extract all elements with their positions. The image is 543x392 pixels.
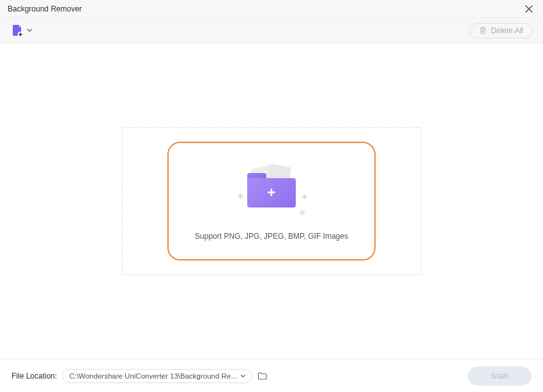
file-location-select[interactable]: C:\Wondershare UniConverter 13\Backgroun…: [62, 369, 252, 383]
chevron-down-icon: [240, 374, 246, 378]
drop-zone[interactable]: ✦ ✦ + Support PNG, JPG, JPEG, BMP, GIF I…: [167, 142, 376, 260]
delete-all-button[interactable]: Delete All: [470, 23, 533, 38]
title-bar: Background Remover: [0, 0, 543, 18]
folder-graphic: ✦ ✦ +: [233, 162, 310, 219]
add-file-dropdown[interactable]: [27, 27, 32, 34]
footer-bar: File Location: C:\Wondershare UniConvert…: [0, 359, 543, 392]
toolbar: Delete All: [0, 18, 543, 43]
delete-all-label: Delete All: [491, 26, 523, 35]
main-content: ✦ ✦ + Support PNG, JPG, JPEG, BMP, GIF I…: [0, 43, 543, 359]
trash-icon: [479, 26, 487, 34]
add-file-button[interactable]: [10, 24, 24, 38]
window-title: Background Remover: [8, 4, 82, 13]
file-location-label: File Location:: [11, 372, 57, 381]
toolbar-left: [10, 24, 32, 38]
chevron-down-icon: [27, 29, 32, 33]
folder-icon: [257, 372, 268, 381]
file-location-path: C:\Wondershare UniConverter 13\Backgroun…: [69, 372, 240, 380]
plus-icon: +: [268, 186, 276, 200]
footer-left: File Location: C:\Wondershare UniConvert…: [11, 369, 268, 383]
drop-zone-outer: ✦ ✦ + Support PNG, JPG, JPEG, BMP, GIF I…: [122, 127, 421, 275]
add-file-icon: [10, 24, 24, 38]
add-folder-icon: +: [247, 173, 296, 207]
open-folder-button[interactable]: [257, 371, 268, 381]
start-button[interactable]: Start: [468, 366, 532, 386]
close-icon: [524, 4, 533, 13]
support-formats-text: Support PNG, JPG, JPEG, BMP, GIF Images: [195, 232, 348, 241]
close-button[interactable]: [523, 3, 535, 15]
